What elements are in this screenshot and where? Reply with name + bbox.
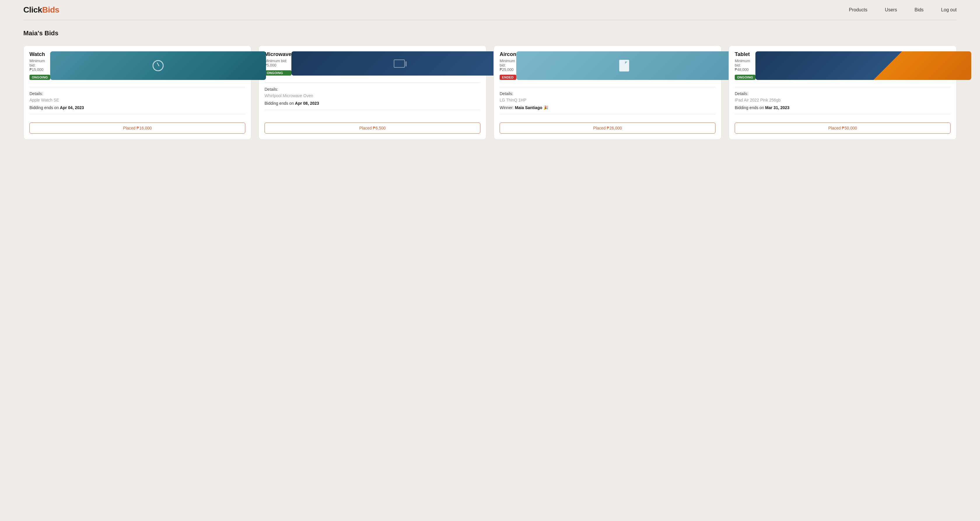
nav-users[interactable]: Users [885,7,897,13]
card-tablet-min-bid: Minimum bid: ₱48,000 [735,59,756,72]
card-microwave-end-date: Apr 08, 2023 [295,101,319,105]
card-watch-bidding-end: Bidding ends on Apr 04, 2023 [29,105,245,110]
card-tablet-end-date: Mar 31, 2023 [765,105,789,110]
card-watch-name: Watch [29,51,50,57]
card-microwave-name: Microwave [264,51,291,57]
card-aircon-details-label: Details: [500,91,716,96]
card-tablet-details-value: iPad Air 2022 Pink 256gb [735,98,951,102]
page-title: Maia's Bids [23,29,957,37]
card-aircon-footer: Placed ₱26,000 [500,118,716,134]
card-tablet-title-block: Tablet Minimum bid: ₱48,000 ONGOING [735,51,756,80]
card-watch-image [50,51,266,80]
card-microwave-min-bid: Minimum bid: ₱5,000 [264,59,291,67]
card-aircon-name: Aircon [500,51,516,57]
card-microwave-image [291,51,507,76]
card-microwave-footer: Placed ₱6,500 [264,118,480,134]
card-watch: Watch Minimum bid: ₱15,000 ONGOING Detai… [23,45,251,140]
card-watch-footer: Placed ₱16,000 [29,118,245,134]
card-tablet-header: Tablet Minimum bid: ₱48,000 ONGOING [735,51,951,80]
card-watch-details-label: Details: [29,91,245,96]
card-aircon-header: Aircon Minimum bid: ₱25,000 ENDED [500,51,716,80]
card-watch-details-value: Apple Watch SE [29,98,245,102]
card-tablet-image [756,51,971,80]
card-tablet-footer: Placed ₱50,000 [735,118,951,134]
logo[interactable]: ClickBids [23,5,59,14]
microwave-icon-inner [394,59,405,68]
cards-grid: Watch Minimum bid: ₱15,000 ONGOING Detai… [23,45,957,140]
card-microwave-title-block: Microwave Minimum bid: ₱5,000 ONGOING [264,51,291,76]
card-tablet: Tablet Minimum bid: ₱48,000 ONGOING Deta… [729,45,957,140]
card-aircon-details-value: LG ThinQ 1HP [500,98,716,102]
card-watch-min-bid: Minimum bid: ₱15,000 [29,59,50,72]
card-watch-divider [29,87,245,87]
card-aircon: Aircon Minimum bid: ₱25,000 ENDED Detail… [493,45,722,140]
card-watch-placed-btn[interactable]: Placed ₱16,000 [29,123,245,134]
card-tablet-badge: ONGOING [735,75,756,80]
card-tablet-bidding-end: Bidding ends on Mar 31, 2023 [735,105,951,110]
card-watch-end-date: Apr 04, 2023 [60,105,84,110]
card-aircon-winner-name: Maia Santiago 🎉 [515,105,548,110]
card-aircon-divider [500,87,716,87]
card-microwave-badge: ONGOING [264,70,291,76]
nav-links: Products Users Bids Log out [849,7,957,13]
card-aircon-image [516,51,732,80]
card-microwave-divider2 [264,110,480,110]
card-tablet-details-label: Details: [735,91,951,96]
card-tablet-divider [735,87,951,87]
nav-products[interactable]: Products [849,7,867,13]
card-aircon-winner: Winner: Maia Santiago 🎉 [500,105,716,110]
card-microwave-details-label: Details: [264,87,480,92]
logo-click-text: Click [23,5,42,14]
nav-bids[interactable]: Bids [915,7,923,13]
card-microwave-details-value: Whirlpool Microwave Oven [264,93,480,98]
card-microwave-bidding-end: Bidding ends on Apr 08, 2023 [264,101,480,105]
card-watch-title-block: Watch Minimum bid: ₱15,000 ONGOING [29,51,50,80]
card-watch-header: Watch Minimum bid: ₱15,000 ONGOING [29,51,245,80]
page-content: Maia's Bids Watch Minimum bid: ₱15,000 O… [0,20,980,149]
card-microwave: Microwave Minimum bid: ₱5,000 ONGOING De… [258,45,487,140]
card-watch-badge: ONGOING [29,75,50,80]
card-microwave-header: Microwave Minimum bid: ₱5,000 ONGOING [264,51,480,76]
card-aircon-placed-btn[interactable]: Placed ₱26,000 [500,123,716,134]
logo-bids-text: Bids [42,5,59,14]
card-tablet-placed-btn[interactable]: Placed ₱50,000 [735,123,951,134]
card-aircon-min-bid: Minimum bid: ₱25,000 [500,59,516,72]
aircon-icon-inner [619,60,629,72]
navbar: ClickBids Products Users Bids Log out [0,0,980,20]
card-microwave-divider [264,83,480,83]
card-aircon-badge: ENDED [500,75,516,80]
card-microwave-placed-btn[interactable]: Placed ₱6,500 [264,123,480,134]
card-tablet-name: Tablet [735,51,756,57]
nav-logout[interactable]: Log out [941,7,957,13]
card-aircon-title-block: Aircon Minimum bid: ₱25,000 ENDED [500,51,516,80]
